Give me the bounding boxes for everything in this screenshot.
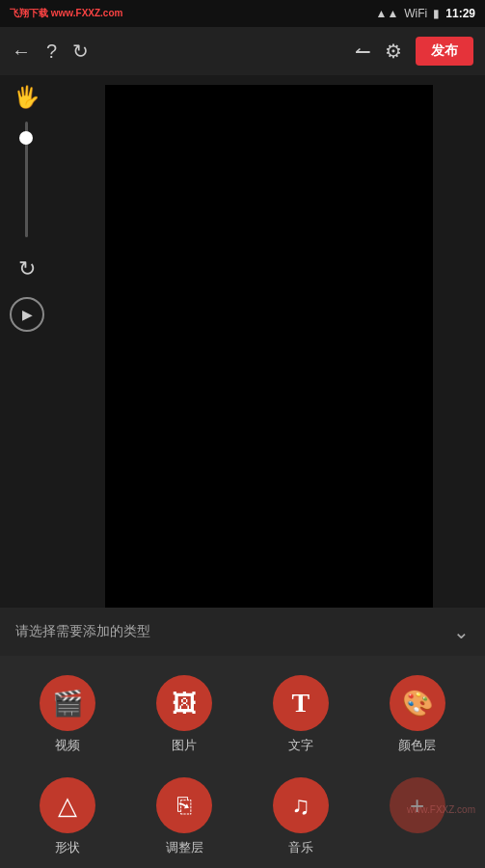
adjust-label: 调整层 <box>166 839 203 856</box>
text-icon-circle: T <box>273 675 329 731</box>
bottom-panel: 🎬 视频 🖼 图片 T 文字 🎨 颜色层 △ <box>0 656 485 868</box>
main-content: 🖐 ↻ ▶ <box>0 75 485 598</box>
bottom-item-video[interactable]: 🎬 视频 <box>29 675 106 754</box>
bottom-item-shape[interactable]: △ 形状 <box>29 777 106 856</box>
toolbar-left: ← ? ↻ <box>12 40 89 63</box>
status-bar-left: 飞翔下载 www.FXXZ.com <box>10 7 122 20</box>
watermark-logo: 飞翔下载 www.FXXZ.com <box>10 7 122 20</box>
bottom-item-music[interactable]: ♫ 音乐 <box>262 777 339 856</box>
hand-tool-icon[interactable]: 🖐 <box>13 85 40 110</box>
publish-button[interactable]: 发布 <box>416 37 473 66</box>
adjust-icon: ⎘ <box>177 792 191 819</box>
color-label: 颜色层 <box>398 737 436 754</box>
image-icon: 🖼 <box>172 689 197 719</box>
video-icon-circle: 🎬 <box>40 675 95 731</box>
rotate-button[interactable]: ↻ <box>18 257 36 282</box>
image-icon-circle: 🖼 <box>156 675 212 731</box>
fxxz-watermark: www.FXXZ.com <box>407 804 475 815</box>
shape-icon: △ <box>58 791 77 821</box>
toolbar-right: ↼ ⚙ 发布 <box>355 37 473 66</box>
zoom-track <box>25 122 28 237</box>
undo-button[interactable]: ↻ <box>72 40 89 63</box>
redo-button[interactable]: ↼ <box>355 40 371 63</box>
canvas-area[interactable] <box>53 75 485 598</box>
video-icon: 🎬 <box>52 689 83 719</box>
bottom-item-image[interactable]: 🖼 图片 <box>146 675 223 754</box>
wifi-icon: WiFi <box>404 7 427 20</box>
bottom-panel-row2: △ 形状 ⎘ 调整层 ♫ 音乐 + <box>10 777 475 856</box>
back-button[interactable]: ← <box>12 41 31 63</box>
color-icon-circle: 🎨 <box>390 675 445 731</box>
status-bar: 飞翔下载 www.FXXZ.com ▲▲ WiFi ▮ 11:29 <box>0 0 485 27</box>
play-button[interactable]: ▶ <box>10 297 44 332</box>
video-label: 视频 <box>55 737 80 754</box>
canvas-black[interactable] <box>105 85 433 644</box>
bottom-panel-row1: 🎬 视频 🖼 图片 T 文字 🎨 颜色层 <box>10 675 475 754</box>
clock: 11:29 <box>445 7 475 20</box>
type-selector-collapse-icon[interactable]: ⌄ <box>453 620 470 643</box>
text-icon: T <box>292 688 310 719</box>
battery-icon: ▮ <box>433 7 440 20</box>
type-selector-bar: 请选择需要添加的类型 ⌄ <box>0 608 485 656</box>
settings-button[interactable]: ⚙ <box>385 40 402 63</box>
bottom-item-adjust[interactable]: ⎘ 调整层 <box>146 777 223 856</box>
zoom-slider-container <box>25 122 28 237</box>
play-icon: ▶ <box>22 307 33 322</box>
color-icon: 🎨 <box>402 689 433 719</box>
text-label: 文字 <box>288 737 313 754</box>
music-label: 音乐 <box>288 839 313 856</box>
type-selector-label: 请选择需要添加的类型 <box>15 623 150 640</box>
left-sidebar: 🖐 ↻ ▶ <box>0 75 53 598</box>
music-icon-circle: ♫ <box>273 777 329 833</box>
rotate-icon: ↻ <box>18 257 36 281</box>
adjust-icon-circle: ⎘ <box>156 777 212 833</box>
shape-icon-circle: △ <box>40 777 95 833</box>
bottom-item-color[interactable]: 🎨 颜色层 <box>379 675 456 754</box>
image-label: 图片 <box>172 737 197 754</box>
shape-label: 形状 <box>55 839 80 856</box>
status-bar-right: ▲▲ WiFi ▮ 11:29 <box>376 7 475 20</box>
fxxz-watermark-text: www.FXXZ.com <box>407 804 475 815</box>
zoom-thumb[interactable] <box>19 131 33 145</box>
music-icon: ♫ <box>291 791 310 821</box>
signal-icon: ▲▲ <box>376 7 399 20</box>
bottom-item-text[interactable]: T 文字 <box>262 675 339 754</box>
help-button[interactable]: ? <box>46 41 57 63</box>
top-toolbar: ← ? ↻ ↼ ⚙ 发布 <box>0 27 485 75</box>
